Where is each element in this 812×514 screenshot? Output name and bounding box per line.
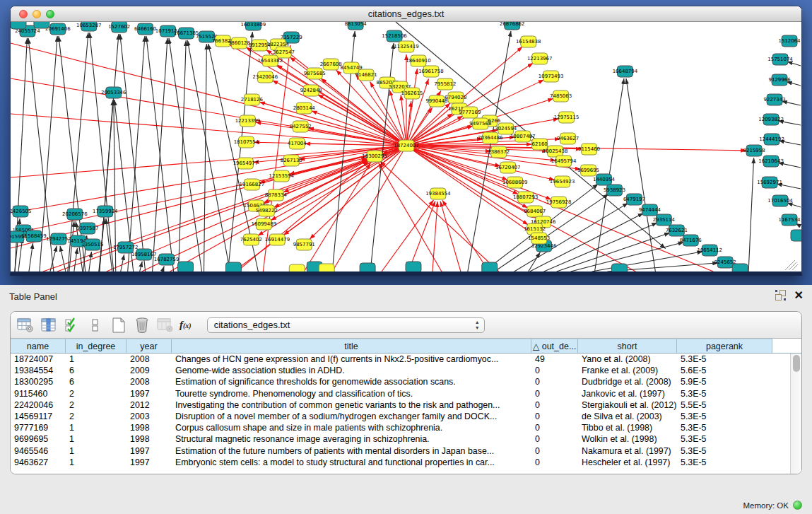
cell-short[interactable]: Franke et al. (2009) — [578, 365, 677, 376]
cell-pagerank[interactable]: 5.3E-5 — [677, 457, 772, 468]
cell-title[interactable]: Structural magnetic resonance image aver… — [172, 433, 531, 445]
cell-out_de[interactable]: 0 — [531, 457, 578, 468]
table-row[interactable]: 1456911722003Disruption of a novel membe… — [11, 411, 790, 422]
cell-title[interactable]: Corpus callosum shape and size in male p… — [172, 422, 531, 433]
table-row[interactable]: 911546021997Tourette syndrome. Phenomeno… — [11, 388, 790, 399]
cell-in_degree[interactable]: 2 — [66, 411, 126, 422]
cell-title[interactable]: Estimation of significance thresholds fo… — [172, 376, 531, 387]
cell-title[interactable]: Embryonic stem cells: a model to study s… — [172, 457, 531, 468]
cell-title[interactable]: Estimation of the future numbers of pati… — [172, 445, 531, 457]
cell-pagerank[interactable]: 5.3E-5 — [677, 388, 772, 399]
column-header-year[interactable]: year — [126, 339, 172, 353]
cell-short[interactable]: Yano et al. (2008) — [578, 354, 677, 365]
cell-short[interactable]: Jankovic et al. (1997) — [578, 388, 677, 399]
cell-pagerank[interactable]: 5.5E-5 — [677, 399, 772, 411]
table-selector-dropdown[interactable]: citations_edges.txt ▲▼ — [207, 317, 485, 333]
cell-out_de[interactable]: 0 — [531, 365, 578, 376]
cell-short[interactable]: Wolkin et al. (1998) — [578, 433, 677, 445]
network-canvas[interactable]: 2405572420691406106532871527602646616010… — [11, 22, 801, 271]
cell-name[interactable]: 22420046 — [11, 399, 66, 411]
column-header-short[interactable]: short — [578, 339, 677, 353]
column-header-in_degree[interactable]: in_degree — [66, 339, 126, 353]
delete-rows-icon[interactable] — [133, 317, 151, 334]
cell-short[interactable]: Stergiakouli et al. (2012) — [578, 399, 677, 411]
cell-name[interactable]: 18724007 — [11, 354, 66, 365]
deselect-all-icon[interactable] — [86, 317, 105, 334]
table-row[interactable]: 946554611997Estimation of the future num… — [11, 445, 790, 457]
table-row[interactable]: 1938455462009Genome-wide association stu… — [11, 365, 790, 376]
network-view-window[interactable]: citations_edges.txt 24055724206914061065… — [10, 6, 802, 276]
scrollbar-thumb[interactable] — [793, 355, 800, 372]
column-selector-icon[interactable] — [40, 317, 58, 334]
table-row[interactable]: 946362711997Embryonic stem cells: a mode… — [11, 457, 790, 468]
table-row[interactable]: 2242004622012Investigating the contribut… — [11, 399, 790, 411]
cell-short[interactable]: Dudbridge et al. (2008) — [578, 376, 677, 387]
cell-out_de[interactable]: 49 — [531, 354, 578, 365]
cell-title[interactable]: Genome-wide association studies in ADHD. — [172, 365, 531, 376]
cell-short[interactable]: Hescheler et al. (1997) — [578, 457, 677, 468]
cell-year[interactable]: 2009 — [126, 365, 172, 376]
cell-in_degree[interactable]: 2 — [66, 399, 126, 411]
cell-name[interactable]: 18300295 — [11, 376, 66, 387]
cell-name[interactable]: 19384554 — [11, 365, 66, 376]
cell-name[interactable]: 9699695 — [11, 433, 66, 445]
table-row[interactable]: 969969511998Structural magnetic resonanc… — [11, 433, 790, 445]
cell-in_degree[interactable]: 1 — [66, 445, 126, 457]
cell-short[interactable]: Nakamura et al. (1997) — [578, 445, 677, 457]
memory-status-indicator[interactable] — [793, 501, 802, 510]
cell-in_degree[interactable]: 1 — [66, 433, 126, 445]
cell-out_de[interactable]: 0 — [531, 376, 578, 387]
cell-year[interactable]: 1998 — [126, 433, 172, 445]
cell-out_de[interactable]: 0 — [531, 433, 578, 445]
cell-pagerank[interactable]: 5.6E-5 — [677, 365, 772, 376]
cell-in_degree[interactable]: 2 — [66, 388, 126, 399]
citation-network-graph[interactable]: 2405572420691406106532871527602646616010… — [11, 22, 801, 271]
column-header-out_de[interactable]: △ out_de... — [531, 339, 578, 353]
cell-title[interactable]: Investigating the contribution of common… — [172, 399, 531, 411]
cell-short[interactable]: Tibbo et al. (1998) — [578, 422, 677, 433]
cell-in_degree[interactable]: 1 — [66, 457, 126, 468]
table-settings-icon[interactable] — [16, 317, 35, 334]
select-all-icon[interactable] — [63, 317, 81, 334]
cell-in_degree[interactable]: 1 — [66, 354, 126, 365]
cell-name[interactable]: 9115460 — [11, 388, 66, 399]
table-row[interactable]: 1830029562008Estimation of significance … — [11, 376, 790, 387]
cell-year[interactable]: 1998 — [126, 422, 172, 433]
float-window-icon[interactable] — [775, 290, 786, 300]
close-panel-icon[interactable]: ✕ — [794, 290, 804, 300]
function-builder-icon[interactable]: f(x) — [180, 319, 192, 331]
cell-year[interactable]: 1997 — [126, 388, 172, 399]
table-header-row[interactable]: namein_degreeyeartitle△ out_de...shortpa… — [11, 339, 801, 354]
cell-pagerank[interactable]: 5.3E-5 — [677, 445, 772, 457]
network-window-titlebar[interactable]: citations_edges.txt — [11, 6, 801, 22]
column-header-pagerank[interactable]: pagerank — [677, 339, 772, 353]
cell-in_degree[interactable]: 1 — [66, 422, 126, 433]
cell-out_de[interactable]: 0 — [531, 445, 578, 457]
cell-title[interactable]: Tourette syndrome. Phenomenology and cla… — [172, 388, 531, 399]
table-body[interactable]: 1872400712008Changes of HCN gene express… — [11, 354, 790, 474]
cell-out_de[interactable]: 0 — [531, 399, 578, 411]
cell-year[interactable]: 2003 — [126, 411, 172, 422]
cell-year[interactable]: 2012 — [126, 399, 172, 411]
cell-in_degree[interactable]: 6 — [66, 365, 126, 376]
table-vertical-scrollbar[interactable] — [790, 354, 801, 474]
cell-out_de[interactable]: 0 — [531, 422, 578, 433]
cell-name[interactable]: 9465546 — [11, 445, 66, 457]
cell-pagerank[interactable]: 5.3E-5 — [677, 422, 772, 433]
table-row[interactable]: 1872400712008Changes of HCN gene express… — [11, 354, 790, 365]
cell-name[interactable]: 9777169 — [11, 422, 66, 433]
cell-year[interactable]: 1997 — [126, 457, 172, 468]
column-header-name[interactable]: name — [11, 339, 66, 353]
cell-title[interactable]: Disruption of a novel member of a sodium… — [172, 411, 531, 422]
cell-pagerank[interactable]: 5.9E-5 — [677, 376, 772, 387]
new-table-icon[interactable] — [110, 317, 128, 334]
cell-name[interactable]: 14569117 — [11, 411, 66, 422]
table-row[interactable]: 977716911998Corpus callosum shape and si… — [11, 422, 790, 433]
column-header-title[interactable]: title — [172, 339, 531, 353]
cell-year[interactable]: 1997 — [126, 445, 172, 457]
cell-year[interactable]: 2008 — [126, 354, 172, 365]
cell-pagerank[interactable]: 5.3E-5 — [677, 354, 772, 365]
cell-year[interactable]: 2008 — [126, 376, 172, 387]
cell-out_de[interactable]: 0 — [531, 411, 578, 422]
cell-in_degree[interactable]: 6 — [66, 376, 126, 387]
